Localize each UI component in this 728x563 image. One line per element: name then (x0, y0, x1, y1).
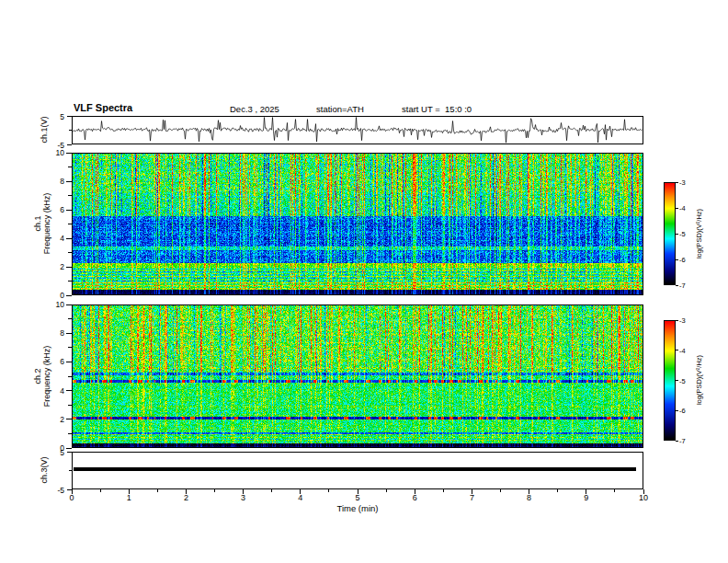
cb1-tick-label: -3 (679, 178, 686, 187)
ch1-waveform-panel (72, 116, 643, 144)
ch1-freq-tick-mark (66, 210, 72, 211)
colorbar-ch2-canvas (665, 321, 675, 440)
ch2-freq-tick-mark (66, 362, 72, 362)
ch1-freq-minor-tick-mark (68, 224, 72, 224)
cb2-tick-label: -4 (679, 347, 686, 355)
ch1-freq-tick-mark (66, 267, 72, 268)
x-axis-title: Time (min) (336, 503, 378, 513)
ch3-flat-line (74, 467, 636, 471)
x-tick-label: 7 (462, 493, 481, 502)
cb2-tick-mark (676, 410, 678, 411)
ch1-frequency-axis-label-line2: Frequency (kHz) (42, 193, 51, 255)
cb2-tick-mark (676, 441, 678, 442)
cb1-tick-mark (676, 259, 678, 260)
x-tick-label: 0 (63, 493, 81, 502)
ch2-freq-minor-tick-mark (68, 347, 72, 348)
cb1-tick-mark (676, 234, 678, 235)
ch2-freq-minor-tick-mark (68, 433, 72, 434)
ch3-volt-minor-tick-mark (69, 470, 72, 471)
ch1-freq-tick-label: 8 (46, 177, 64, 186)
x-minor-tick-mark (214, 489, 215, 492)
ch2-frequency-axis-label-line1: ch.2 (33, 346, 42, 408)
ch1-volt-minor-tick-mark (69, 130, 72, 131)
x-tick-label: 4 (291, 493, 310, 502)
ch1-freq-tick-label: 4 (46, 234, 64, 243)
x-tick-label: 10 (634, 493, 653, 502)
ch1-freq-minor-tick-mark (68, 281, 72, 282)
x-minor-tick-mark (100, 489, 101, 492)
ch2-freq-tick-label: 2 (46, 415, 64, 424)
ch1-volt-tick-label: 5 (46, 112, 64, 121)
plot-title: VLF Spectra (74, 102, 132, 113)
ch2-frequency-axis-label: ch.2 Frequency (kHz) (33, 346, 51, 408)
cb2-tick-label: -6 (679, 407, 686, 415)
ch1-freq-tick-label: 0 (46, 291, 64, 300)
cb2-tick-mark (676, 350, 678, 350)
x-minor-tick-mark (271, 489, 272, 492)
colorbar-ch1 (664, 182, 676, 285)
x-minor-tick-mark (557, 489, 558, 492)
plot-date: Dec.3 , 2025 (230, 104, 279, 114)
ch1-freq-tick-label: 2 (46, 262, 64, 271)
ch3-volt-tick-mark (67, 452, 72, 453)
ch2-freq-tick-mark (66, 390, 72, 391)
ch1-freq-minor-tick-mark (68, 195, 72, 196)
x-minor-tick-mark (386, 489, 387, 492)
cb1-tick-mark (676, 182, 678, 183)
cb1-tick-mark (676, 285, 678, 286)
x-tick-label: 6 (405, 493, 424, 502)
cb1-tick-label: -7 (679, 282, 686, 290)
x-tick-label: 9 (577, 493, 596, 502)
ch1-volt-tick-mark (67, 144, 72, 145)
ch2-freq-minor-tick-mark (68, 405, 72, 406)
cb1-tick-label: -5 (679, 230, 686, 238)
ch2-spectrogram-canvas (73, 305, 643, 447)
vlf-spectra-figure: VLF Spectra Dec.3 , 2025 station=ATH sta… (0, 0, 728, 563)
x-tick-label: 1 (119, 493, 138, 502)
plot-start-ut: start UT = 15:0 :0 (402, 104, 472, 114)
colorbar-ch1-unit-label: log(PSD)(V²/Hz) (695, 209, 704, 259)
cb1-tick-label: -4 (679, 204, 686, 213)
x-minor-tick-mark (443, 489, 444, 492)
cb1-tick-label: -6 (679, 256, 686, 264)
ch2-freq-tick-mark (66, 333, 72, 334)
x-tick-label: 2 (176, 493, 195, 502)
x-minor-tick-mark (614, 489, 615, 492)
ch2-freq-tick-label: 10 (46, 300, 64, 309)
x-minor-tick-mark (157, 489, 158, 492)
cb2-tick-label: -7 (679, 437, 686, 445)
ch2-freq-tick-label: 4 (46, 386, 64, 396)
ch1-freq-tick-mark (66, 238, 72, 239)
colorbar-ch1-canvas (665, 183, 675, 284)
ch2-frequency-axis-label-line2: Frequency (kHz) (42, 346, 51, 408)
ch1-freq-minor-tick-mark (68, 167, 72, 167)
ch1-freq-tick-mark (66, 295, 72, 296)
cb2-tick-label: -5 (679, 377, 686, 385)
colorbar-ch2 (664, 320, 676, 441)
plot-station: station=ATH (316, 104, 364, 114)
ch2-spectrogram-panel (72, 304, 643, 448)
cb1-tick-mark (676, 208, 678, 209)
ch1-freq-tick-label: 6 (46, 205, 64, 214)
ch1-freq-minor-tick-mark (68, 252, 72, 253)
ch2-freq-tick-label: 6 (46, 357, 64, 366)
x-tick-label: 5 (348, 493, 367, 502)
cb2-tick-mark (676, 320, 678, 321)
ch2-freq-minor-tick-mark (68, 376, 72, 377)
ch1-frequency-axis-label: ch.1 Frequency (kHz) (33, 193, 51, 255)
ch3-volt-tick-mark (67, 489, 72, 490)
ch3-volt-tick-label: -5 (46, 486, 64, 495)
ch1-volt-tick-mark (67, 116, 72, 117)
cb2-tick-mark (676, 380, 678, 381)
ch1-freq-tick-mark (66, 153, 72, 154)
x-tick-label: 8 (520, 493, 539, 502)
ch1-spectrogram-canvas (73, 154, 643, 294)
ch3-voltage-axis-label: ch.3(V) (40, 456, 49, 483)
x-minor-tick-mark (328, 489, 329, 492)
cb2-tick-label: -3 (679, 316, 686, 325)
ch1-freq-tick-mark (66, 181, 72, 182)
ch2-freq-tick-mark (66, 304, 72, 305)
colorbar-ch2-unit-label: log(PSD)(V²/Hz) (695, 355, 704, 405)
ch2-freq-tick-mark (66, 419, 72, 419)
ch3-panel (72, 452, 643, 489)
